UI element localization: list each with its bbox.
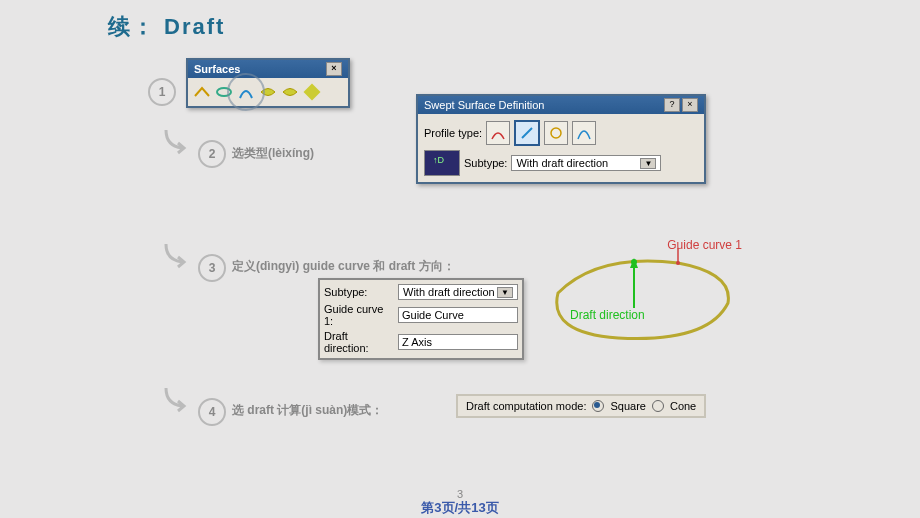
- surfaces-icon-row: [188, 78, 348, 106]
- swept-dialog-titlebar: Swept Surface Definition ? ×: [418, 96, 704, 114]
- guide-draft-fields-panel: Subtype: With draft direction ▼ Guide cu…: [318, 278, 524, 360]
- sketch-draft-label: Draft direction: [570, 308, 645, 322]
- surfaces-title-text: Surfaces: [194, 63, 240, 75]
- step-3-circle: 3: [198, 254, 226, 282]
- subtype-field-label: Subtype:: [324, 286, 394, 298]
- draft-computation-panel: Draft computation mode: Square Cone: [456, 394, 706, 418]
- fill-icon[interactable]: [280, 82, 300, 102]
- step-2-label: 选类型(lèixíng): [232, 145, 314, 162]
- sketch-guide-label: Guide curve 1: [667, 238, 742, 252]
- subtype-field-dropdown[interactable]: With draft direction ▼: [398, 284, 518, 300]
- step-4-arrow: [160, 386, 190, 420]
- subtype-dropdown[interactable]: With draft direction ▼: [511, 155, 661, 171]
- step-4-label: 选 draft 计算(jì suàn)模式：: [232, 402, 383, 419]
- guide-curve-label: Guide curve 1:: [324, 303, 394, 327]
- subtype-value: With draft direction: [516, 157, 608, 169]
- chevron-down-icon: ▼: [640, 158, 656, 169]
- profile-line-icon[interactable]: [514, 120, 540, 146]
- subtype-label: Subtype:: [464, 157, 507, 169]
- guide-curve-sketch: Guide curve 1 Draft direction: [538, 238, 738, 348]
- profile-circle-icon[interactable]: [544, 121, 568, 145]
- cone-option-label: Cone: [670, 400, 696, 412]
- swept-dialog-body: Profile type: Subtype: With draft direct…: [418, 114, 704, 182]
- svg-rect-1: [304, 84, 321, 101]
- profile-type-label: Profile type:: [424, 127, 482, 139]
- step-4-circle: 4: [198, 398, 226, 426]
- subtype-preview-icon: [424, 150, 460, 176]
- subtype-field-value: With draft direction: [403, 286, 495, 298]
- sweep-icon[interactable]: [236, 82, 256, 102]
- draft-direction-label: Draft direction:: [324, 330, 394, 354]
- swept-surface-dialog: Swept Surface Definition ? × Profile typ…: [416, 94, 706, 184]
- profile-conic-icon[interactable]: [572, 121, 596, 145]
- chevron-down-icon: ▼: [497, 287, 513, 298]
- guide-curve-input[interactable]: Guide Curve: [398, 307, 518, 323]
- help-icon[interactable]: ?: [664, 98, 680, 112]
- draft-direction-input[interactable]: Z Axis: [398, 334, 518, 350]
- page-counter: 第3页/共13页: [421, 499, 498, 517]
- svg-point-2: [551, 128, 561, 138]
- swept-dialog-title-text: Swept Surface Definition: [424, 99, 544, 111]
- square-radio[interactable]: [592, 400, 604, 412]
- surfaces-toolbar: Surfaces ×: [186, 58, 350, 108]
- step-2-circle: 2: [198, 140, 226, 168]
- step-3-arrow: [160, 242, 190, 276]
- step-1-circle: 1: [148, 78, 176, 106]
- profile-explicit-icon[interactable]: [486, 121, 510, 145]
- step-2-arrow: [160, 128, 190, 162]
- close-icon[interactable]: ×: [326, 62, 342, 76]
- cone-radio[interactable]: [652, 400, 664, 412]
- close-icon[interactable]: ×: [682, 98, 698, 112]
- square-option-label: Square: [610, 400, 645, 412]
- step-3-label: 定义(dìngyì) guide curve 和 draft 方向：: [232, 258, 455, 275]
- computation-mode-label: Draft computation mode:: [466, 400, 586, 412]
- page-title: 续： Draft: [108, 12, 225, 42]
- svg-point-5: [631, 259, 637, 265]
- surfaces-titlebar: Surfaces ×: [188, 60, 348, 78]
- svg-point-7: [676, 261, 680, 265]
- loft-icon[interactable]: [302, 82, 322, 102]
- extrude-icon[interactable]: [192, 82, 212, 102]
